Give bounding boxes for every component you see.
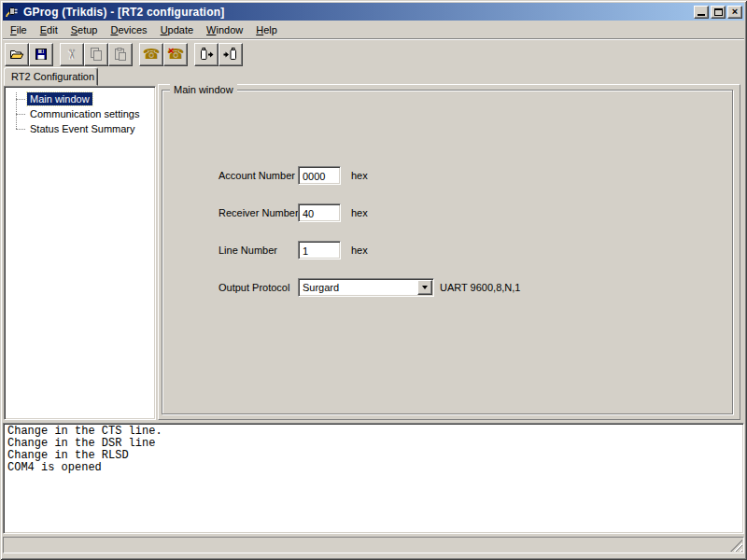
minimize-icon <box>698 14 705 16</box>
tree-item-status-event-summary[interactable]: Status Event Summary <box>5 121 155 136</box>
menu-bar: File Edit Setup Devices Update Window He… <box>3 21 744 38</box>
chevron-down-icon[interactable] <box>417 280 432 295</box>
main-window-groupbox: Main window Account Number hex Receiver … <box>162 90 733 414</box>
save-floppy-icon <box>34 47 49 62</box>
line-number-input[interactable] <box>299 242 340 259</box>
save-button[interactable] <box>29 43 53 66</box>
account-number-field-frame <box>298 166 341 185</box>
log-line: COM4 is opened <box>7 462 740 474</box>
read-device-button[interactable] <box>218 43 243 66</box>
open-folder-icon <box>9 47 24 62</box>
toolbar: ✂ ☎ ☎ × <box>3 38 744 67</box>
output-protocol-label: Output Protocol <box>218 278 289 297</box>
line-number-unit: hex <box>351 241 368 259</box>
minimize-button[interactable] <box>694 6 709 19</box>
maximize-icon <box>714 8 723 16</box>
window-controls: × <box>694 6 742 19</box>
tree-connector-lines <box>16 92 17 129</box>
title-bar: GProg (Trikdis) - [RT2 configuration] × <box>3 3 744 21</box>
app-icon[interactable] <box>5 5 20 20</box>
tree-item-main-window[interactable]: Main window <box>5 91 155 106</box>
receiver-number-field-frame <box>298 203 341 222</box>
toolbar-group-device <box>194 43 243 66</box>
account-number-input[interactable] <box>299 167 340 184</box>
paste-clipboard-icon <box>113 47 128 62</box>
line-number-label: Line Number <box>218 241 277 259</box>
disconnect-cross-icon: × <box>168 45 174 56</box>
log-line: Change in the RLSD <box>7 450 740 462</box>
disconnect-button[interactable]: ☎ × <box>163 43 188 66</box>
output-protocol-combobox[interactable]: Surgard <box>298 278 434 297</box>
resize-grip[interactable] <box>730 539 742 552</box>
line-number-field-frame <box>298 241 341 259</box>
tab-bar: RT2 Configuration <box>3 67 744 86</box>
write-device-button[interactable] <box>194 43 218 66</box>
receiver-number-unit: hex <box>351 203 368 222</box>
groupbox-title: Main window <box>170 84 237 96</box>
toolbar-group-clipboard: ✂ <box>60 43 133 66</box>
application-window: GProg (Trikdis) - [RT2 configuration] × … <box>0 0 747 560</box>
device-read-icon <box>223 47 238 62</box>
account-number-unit: hex <box>351 166 368 185</box>
close-button[interactable]: × <box>727 6 742 19</box>
account-number-label: Account Number <box>218 166 295 185</box>
copy-icon <box>89 47 104 62</box>
receiver-number-label: Receiver Number <box>218 203 299 222</box>
toolbar-group-connection: ☎ ☎ × <box>139 43 188 66</box>
tab-rt2-configuration[interactable]: RT2 Configuration <box>4 67 98 86</box>
menu-file[interactable]: File <box>4 21 34 38</box>
tree-item-communication-settings[interactable]: Communication settings <box>5 106 155 121</box>
menu-edit[interactable]: Edit <box>34 21 64 38</box>
menu-window[interactable]: Window <box>200 21 249 38</box>
config-tree[interactable]: Main window Communication settings Statu… <box>4 86 156 420</box>
toolbar-group-file <box>5 43 53 66</box>
menu-devices[interactable]: Devices <box>104 21 153 38</box>
close-icon: × <box>732 7 738 17</box>
paste-button[interactable] <box>108 43 133 66</box>
status-bar <box>3 537 744 553</box>
output-protocol-value: Surgard <box>299 279 416 296</box>
event-log[interactable]: Change in the CTS line. Change in the DS… <box>3 423 744 534</box>
device-write-icon <box>199 47 214 62</box>
menu-help[interactable]: Help <box>249 21 284 38</box>
cut-scissors-icon: ✂ <box>65 49 78 60</box>
menu-setup[interactable]: Setup <box>64 21 105 38</box>
copy-button[interactable] <box>84 43 108 66</box>
open-button[interactable] <box>5 43 29 66</box>
connect-button[interactable]: ☎ <box>139 43 163 66</box>
uart-settings-text: UART 9600,8,N,1 <box>440 278 520 297</box>
maximize-button[interactable] <box>711 6 726 19</box>
receiver-number-input[interactable] <box>299 204 340 221</box>
phone-connect-icon: ☎ <box>143 48 161 62</box>
menu-update[interactable]: Update <box>154 21 200 38</box>
window-title: GProg (Trikdis) - [RT2 configuration] <box>23 6 224 19</box>
cut-button[interactable]: ✂ <box>60 43 84 66</box>
